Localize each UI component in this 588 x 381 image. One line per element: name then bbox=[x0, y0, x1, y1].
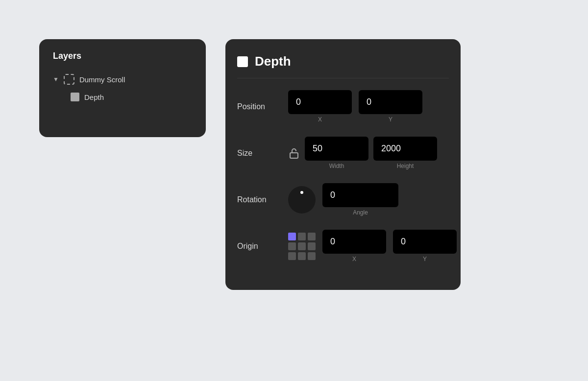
lock-icon[interactable] bbox=[288, 147, 300, 159]
position-row: Position X Y bbox=[237, 90, 449, 123]
origin-x-label: X bbox=[352, 256, 356, 262]
grid-cell-5[interactable] bbox=[308, 242, 316, 250]
rotation-angle-label: Angle bbox=[353, 209, 368, 216]
size-width-group: Width bbox=[305, 137, 368, 169]
origin-grid[interactable] bbox=[288, 233, 316, 260]
rotation-section: Rotation Angle bbox=[237, 183, 449, 216]
grid-cell-4[interactable] bbox=[298, 242, 306, 250]
origin-y-group: Y bbox=[393, 230, 457, 262]
origin-fields: X Y bbox=[288, 230, 457, 262]
size-height-label: Height bbox=[397, 163, 414, 169]
svg-rect-0 bbox=[290, 153, 298, 158]
grid-cell-1[interactable] bbox=[298, 233, 306, 240]
layers-title: Layers bbox=[53, 51, 192, 61]
dummy-scroll-label: Dummy Scroll bbox=[79, 75, 125, 84]
size-row: Size Width Height bbox=[237, 137, 449, 169]
properties-panel: Depth Position X Y Size bbox=[225, 39, 461, 290]
rotation-row: Rotation Angle bbox=[237, 183, 449, 216]
layer-item-depth[interactable]: Depth bbox=[71, 90, 192, 104]
grid-cell-2[interactable] bbox=[308, 233, 316, 240]
grid-cell-8[interactable] bbox=[308, 252, 316, 260]
panel-header: Depth bbox=[237, 49, 449, 78]
rotation-label: Rotation bbox=[237, 195, 281, 204]
position-y-group: Y bbox=[359, 90, 422, 123]
origin-x-input[interactable] bbox=[322, 230, 386, 254]
rect-icon bbox=[71, 93, 79, 101]
chevron-icon: ▼ bbox=[53, 76, 59, 83]
header-rect-icon bbox=[237, 56, 248, 67]
dial-dot bbox=[300, 191, 303, 194]
rotation-fields: Angle bbox=[288, 183, 398, 216]
depth-layer-label: Depth bbox=[84, 93, 104, 101]
size-height-input[interactable] bbox=[373, 137, 437, 161]
position-section: Position X Y bbox=[237, 90, 449, 123]
position-x-label: X bbox=[318, 116, 322, 123]
size-label: Size bbox=[237, 149, 281, 158]
layer-item-dummy-scroll[interactable]: ▼ Dummy Scroll bbox=[53, 71, 192, 88]
size-section: Size Width Height bbox=[237, 137, 449, 169]
origin-y-input[interactable] bbox=[393, 230, 457, 254]
rotation-angle-group: Angle bbox=[322, 183, 398, 216]
origin-x-group: X bbox=[322, 230, 386, 262]
grid-cell-0[interactable] bbox=[288, 233, 296, 240]
size-height-group: Height bbox=[373, 137, 437, 169]
panel-title: Depth bbox=[255, 54, 291, 69]
grid-cell-7[interactable] bbox=[298, 252, 306, 260]
origin-row: Origin X bbox=[237, 230, 449, 262]
origin-label: Origin bbox=[237, 242, 281, 251]
layers-panel: Layers ▼ Dummy Scroll Depth bbox=[39, 39, 206, 137]
position-fields: X Y bbox=[288, 90, 422, 123]
position-x-group: X bbox=[288, 90, 352, 123]
size-fields: Width Height bbox=[288, 137, 437, 169]
size-width-input[interactable] bbox=[305, 137, 368, 161]
size-width-label: Width bbox=[329, 163, 344, 169]
rotation-angle-input[interactable] bbox=[322, 183, 398, 207]
position-x-input[interactable] bbox=[288, 90, 352, 114]
position-label: Position bbox=[237, 102, 281, 111]
grid-cell-3[interactable] bbox=[288, 242, 296, 250]
rotation-dial[interactable] bbox=[288, 186, 316, 214]
position-y-label: Y bbox=[389, 116, 392, 123]
grid-cell-6[interactable] bbox=[288, 252, 296, 260]
scroll-icon bbox=[64, 74, 74, 85]
position-y-input[interactable] bbox=[359, 90, 422, 114]
origin-y-label: Y bbox=[423, 256, 427, 262]
origin-section: Origin X bbox=[237, 230, 449, 262]
